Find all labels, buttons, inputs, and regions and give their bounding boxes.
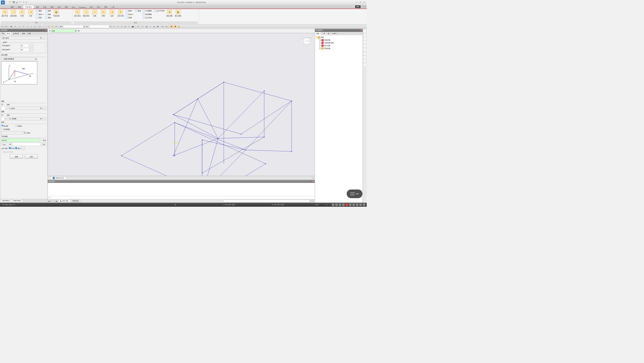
rotate-elem-button[interactable]: 旋转 ▾ — [125, 13, 134, 16]
zoom-icon[interactable]: 🔍 — [47, 25, 50, 28]
view-cube[interactable]: TOP — [300, 35, 313, 47]
info-prev-icon[interactable]: ◂ — [50, 200, 53, 202]
info-scroll-right-icon[interactable]: ▸ — [312, 200, 315, 202]
beta-select[interactable] — [1, 131, 26, 135]
material-more-button[interactable]: ... — [43, 107, 46, 110]
redo-icon[interactable]: ↷▾ — [5, 25, 8, 28]
side-tool-3[interactable] — [363, 37, 366, 40]
delete-elem-button[interactable]: 删除 — [125, 9, 134, 12]
rtab-work[interactable]: 工作 — [321, 32, 327, 35]
modify-params-button[interactable]: ⚙修改参数 — [166, 9, 174, 20]
side-tool-4[interactable] — [363, 41, 366, 44]
tab-node-element[interactable]: 节点/单元 — [23, 5, 34, 9]
tab-pushover[interactable]: Pushover — [77, 6, 88, 9]
tab-tools[interactable]: 工具 — [109, 5, 116, 9]
select-plane-icon[interactable]: ▱ — [29, 25, 33, 28]
render-icon[interactable]: ■ — [152, 25, 156, 28]
tab-property[interactable]: 特性 — [34, 5, 41, 9]
tab-structure[interactable]: 结构 — [16, 5, 23, 9]
select-input-1[interactable] — [63, 25, 83, 28]
tab-analysis[interactable]: 分析 — [55, 5, 62, 9]
info-first-icon[interactable]: ⏮ — [48, 200, 50, 202]
pin-icon[interactable]: 📌 — [43, 29, 45, 31]
define-subarea-button[interactable]: 定义子区间 — [153, 9, 165, 12]
rtab-group[interactable]: 组 — [327, 32, 331, 35]
shade-icon[interactable]: ◪ — [145, 25, 148, 28]
xyz-input[interactable] — [12, 143, 41, 146]
elem-number-icon[interactable]: N₂ — [165, 25, 168, 28]
status-scroll-icon[interactable]: ▸ — [325, 203, 330, 207]
tab-result[interactable]: 结果 — [63, 5, 70, 9]
qat-dropdown-icon[interactable]: ▾ — [25, 1, 28, 4]
split-node-button[interactable]: ✂分割 — [18, 9, 26, 20]
layer-icon[interactable]: ⊞ — [49, 30, 50, 32]
define-area-button[interactable]: 定义区域 — [142, 16, 152, 19]
create-elem-button[interactable]: ✎建立单元 — [74, 9, 82, 20]
info-close-icon[interactable]: ✕ — [312, 180, 314, 182]
task-pane-tab[interactable]: Task Pane — [11, 199, 22, 202]
select-circle-icon[interactable]: ◯ — [33, 25, 37, 28]
layer-select[interactable]: 基本 — [51, 29, 77, 33]
ptab-mass[interactable]: 质量 — [20, 32, 26, 35]
info-tab-analysis[interactable]: 分析信息 — [71, 199, 80, 202]
compress-elem-button[interactable]: 紧凑 — [134, 9, 141, 12]
mirror-node-button[interactable]: 镜像 — [45, 9, 52, 12]
split-elem-button[interactable]: ✂分割 — [99, 9, 107, 20]
elem-table-button[interactable]: ▦单元表格 — [174, 9, 182, 20]
chk-elem[interactable]: 单元 — [15, 147, 21, 149]
shrink-icon[interactable]: ⇲ — [136, 25, 139, 28]
qat-undo-icon[interactable]: ↶ — [19, 1, 21, 4]
select-cross-icon[interactable]: ✕ — [26, 25, 29, 28]
rtab-table[interactable]: 表格 — [315, 32, 321, 35]
side-tool-5[interactable] — [363, 45, 366, 48]
opt-refpoint[interactable]: 参考点 — [15, 125, 22, 127]
select-window-icon[interactable]: ◻ — [18, 25, 22, 28]
tree-item-design[interactable]: +设计表格 — [316, 44, 362, 47]
rotate-node-button[interactable]: 旋转 ▾ — [35, 13, 44, 16]
ptab-boundary[interactable]: 边界条件 — [12, 32, 20, 35]
move-copy-node-button[interactable]: ⇢移动复制 — [10, 9, 18, 20]
xyz-select[interactable]: x,y,z — [1, 143, 11, 146]
unselect-icon[interactable]: ⊘ — [38, 25, 42, 28]
view-top-icon[interactable]: ▭ — [120, 25, 123, 28]
sb-ime-icon[interactable] — [345, 203, 348, 206]
node-start-input[interactable] — [20, 44, 29, 47]
node-number-icon[interactable]: N₁ — [161, 25, 165, 28]
scale-node-button[interactable]: 缩放 — [45, 13, 52, 16]
help-button[interactable]: 帮助 — [355, 5, 361, 8]
left-panel-close-icon[interactable]: ✕ — [45, 29, 47, 31]
elem-start-input[interactable] — [20, 48, 29, 51]
elem-type-select[interactable]: 一般梁/变截面梁 — [1, 57, 37, 61]
auto-mesh-button[interactable]: 自动网格 — [142, 9, 152, 12]
en-button[interactable]: En — [42, 143, 46, 146]
close-button[interactable]: 关闭 — [25, 155, 38, 159]
material-name-select[interactable]: 1: Q235 — [8, 107, 42, 110]
close-icon[interactable]: ✕ — [363, 1, 366, 4]
view-right-icon[interactable]: ▭ — [116, 25, 119, 28]
merge-node-button[interactable]: ⇥合并 — [27, 9, 35, 20]
side-tool-6[interactable] — [363, 48, 366, 51]
side-tool-8[interactable] — [363, 56, 366, 59]
compress-node-button[interactable]: 紧凑 — [45, 16, 52, 19]
pointer-icon[interactable]: ▶ — [59, 25, 63, 28]
sb-icon-1[interactable] — [332, 203, 334, 206]
command-input[interactable] — [51, 197, 314, 198]
lock-icon[interactable]: 🔒 — [177, 25, 181, 28]
gear-icon[interactable]: ⚙ — [353, 6, 355, 8]
ptab-element[interactable]: 单元 — [6, 32, 12, 35]
sb-icon-10[interactable] — [363, 203, 365, 206]
merge-elem-button[interactable]: ⇥合并 — [108, 9, 116, 20]
side-tool-10[interactable] — [363, 63, 366, 67]
layer-toggle-icon[interactable]: |⊞ — [78, 30, 80, 32]
node-start-more-button[interactable]: ... — [30, 44, 33, 47]
map-mesh-button[interactable]: 映射网格 — [142, 13, 152, 16]
info-tab-command[interactable]: ◣ 命令信息 — [59, 199, 70, 202]
mirror-elem-button[interactable]: 镜像 — [125, 16, 134, 19]
tab-psc[interactable]: PSC — [70, 6, 77, 9]
status-unit[interactable]: mm ▾ — [313, 203, 325, 207]
tab-load[interactable]: 荷载 — [48, 5, 55, 9]
node-table-button[interactable]: ▦节点表格 — [52, 9, 60, 20]
ribbon-close-icon[interactable]: ✕ — [365, 6, 366, 8]
apply-button[interactable]: 适用 — [10, 155, 23, 159]
minimize-icon[interactable]: — — [355, 1, 359, 4]
